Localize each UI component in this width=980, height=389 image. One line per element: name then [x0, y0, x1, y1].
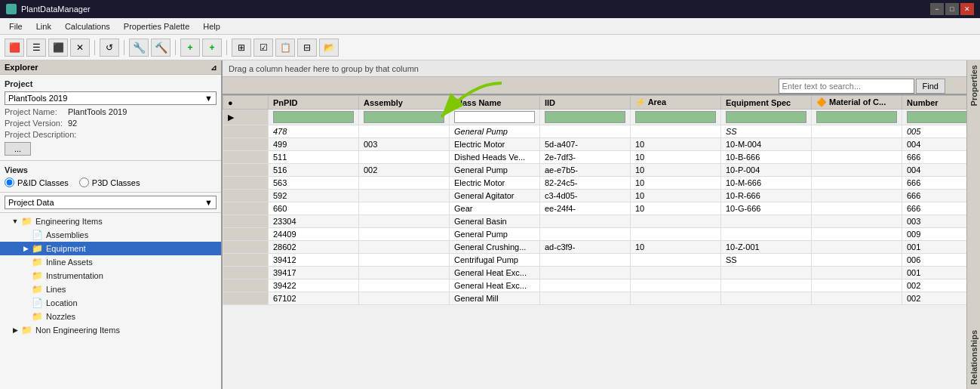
properties-panel: Properties Relationships — [966, 60, 980, 389]
filter-classname-input[interactable] — [454, 111, 535, 123]
col-pnpid[interactable]: PnPID — [269, 96, 359, 110]
data-table-container[interactable]: ● PnPID Assembly Class Name IID ⚡ Area E… — [223, 95, 966, 389]
menu-file[interactable]: File — [3, 20, 29, 32]
project-data-dropdown[interactable]: Project Data ▼ — [5, 196, 217, 209]
cell-classname: Electric Motor — [450, 138, 540, 151]
filter-assembly[interactable] — [359, 110, 450, 125]
filter-iid[interactable] — [540, 110, 631, 125]
table-row[interactable]: 24409General Pump009P-009P — [223, 228, 967, 241]
filter-assembly-input[interactable] — [364, 111, 444, 123]
project-dropdown[interactable]: PlantTools 2019 ▼ — [5, 91, 217, 105]
minimize-button[interactable]: − — [930, 3, 944, 15]
pin-icon[interactable]: ⊿ — [210, 63, 217, 72]
tree-lines[interactable]: 📁 Lines — [0, 282, 221, 296]
find-button[interactable]: Find — [916, 79, 945, 94]
filter-pnpid[interactable] — [269, 110, 359, 125]
tb-btn-tool2[interactable]: 🔨 — [151, 39, 171, 57]
table-row[interactable]: 516002General Pumpae-e7b5-1010-P-004004P… — [223, 164, 967, 177]
tb-btn-refresh[interactable]: ↺ — [100, 39, 119, 57]
filter-number[interactable] — [902, 110, 967, 125]
filter-number-input[interactable] — [907, 111, 966, 123]
tb-btn-2[interactable]: ☰ — [26, 39, 46, 57]
table-row[interactable]: 592General Agitatorc3-4d05-1010-R-666666… — [223, 190, 967, 202]
filter-area-input[interactable] — [635, 111, 716, 123]
filter-pnpid-input[interactable] — [273, 111, 354, 123]
filter-area[interactable] — [631, 110, 721, 125]
tree-inline-assets[interactable]: 📁 Inline Assets — [0, 255, 221, 269]
filter-matof[interactable] — [812, 110, 902, 125]
tree-non-engineering-items[interactable]: ▶ 📁 Non Engineering Items — [0, 323, 221, 337]
radio-p3d-classes[interactable]: P3D Classes — [79, 178, 140, 187]
relationships-label[interactable]: Relationships — [968, 326, 980, 389]
table-row[interactable]: 28602General Crushing...ad-c3f9-1010-Z-0… — [223, 241, 967, 254]
cell-matof — [812, 190, 902, 202]
table-row[interactable]: 660Gearee-24f4-1010-G-666666G-666G — [223, 202, 967, 215]
window-controls: − □ ✕ — [930, 3, 974, 15]
table-row[interactable]: 39412Centrifugal PumpSS006P-006P — [223, 254, 967, 267]
col-matof[interactable]: 🔶 Material of C... — [812, 96, 902, 110]
table-row[interactable]: 511Dished Heads Ve...2e-7df3-1010-B-6666… — [223, 151, 967, 164]
views-section: Views P&ID Classes P3D Classes — [0, 161, 221, 193]
tb-btn-add2[interactable]: + — [202, 39, 222, 57]
cell-matof — [812, 138, 902, 151]
lines-label: Lines — [46, 285, 66, 294]
table-row[interactable]: 67102General Mill002Z-002Z — [223, 292, 967, 305]
column-header-row: ● PnPID Assembly Class Name IID ⚡ Area E… — [223, 96, 967, 110]
cell-area — [631, 279, 721, 292]
properties-label[interactable]: Properties — [968, 60, 980, 110]
tb-btn-table[interactable]: ⊟ — [297, 39, 317, 57]
col-area[interactable]: ⚡ Area — [631, 96, 721, 110]
col-number[interactable]: Number — [902, 96, 967, 110]
sidebar: Explorer ⊿ Project PlantTools 2019 ▼ Pro… — [0, 60, 223, 389]
radio-p3d-input[interactable] — [79, 178, 89, 187]
radio-pid-classes[interactable]: P&ID Classes — [5, 178, 69, 187]
tree-nozzles[interactable]: 📁 Nozzles — [0, 310, 221, 323]
col-classname[interactable]: Class Name — [450, 96, 540, 110]
radio-pid-input[interactable] — [5, 178, 14, 187]
filter-classname[interactable] — [450, 110, 540, 125]
tree-location[interactable]: 📄 Location — [0, 296, 221, 310]
close-button[interactable]: ✕ — [960, 3, 974, 15]
table-row[interactable]: 563Electric Motor82-24c5-1010-M-666666M-… — [223, 177, 967, 190]
maximize-button[interactable]: □ — [945, 3, 959, 15]
tb-btn-add1[interactable]: + — [180, 39, 200, 57]
menu-properties-palette[interactable]: Properties Palette — [118, 20, 195, 32]
table-row[interactable]: 39417General Heat Exc...001W-001W — [223, 267, 967, 279]
table-row[interactable]: 478General PumpSS005P-005P — [223, 125, 967, 138]
tree-equipment[interactable]: ▶ 📁 Equipment — [0, 242, 221, 255]
filter-equipspec-input[interactable] — [726, 111, 806, 123]
filter-matof-input[interactable] — [816, 111, 897, 123]
project-desc-button[interactable]: ... — [5, 142, 31, 156]
cell-classname: General Basin — [450, 215, 540, 228]
tb-btn-tool1[interactable]: 🔧 — [129, 39, 149, 57]
tb-btn-open[interactable]: 📂 — [319, 39, 339, 57]
location-label: Location — [46, 298, 78, 307]
menu-link[interactable]: Link — [30, 20, 57, 32]
filter-equipspec[interactable] — [721, 110, 812, 125]
col-assembly[interactable]: Assembly — [359, 96, 450, 110]
tree-engineering-items[interactable]: ▼ 📁 Engineering Items — [0, 215, 221, 228]
cell-equipspec: SS — [721, 125, 812, 138]
tb-btn-check[interactable]: ☑ — [253, 39, 273, 57]
tree-instrumentation[interactable]: 📁 Instrumentation — [0, 269, 221, 282]
tb-btn-1[interactable]: 🟥 — [5, 39, 24, 57]
row-marker — [223, 125, 269, 138]
search-input[interactable] — [779, 79, 914, 94]
table-row[interactable]: 499003Electric Motor5d-a407-1010-M-00400… — [223, 138, 967, 151]
expand-instrumentation-icon — [21, 271, 30, 280]
cell-number: 666 — [902, 177, 967, 190]
tb-btn-3[interactable]: ⬛ — [48, 39, 68, 57]
menu-help[interactable]: Help — [197, 20, 226, 32]
tb-btn-grid[interactable]: ⊞ — [232, 39, 251, 57]
tree-assemblies[interactable]: 📄 Assemblies — [0, 228, 221, 242]
tb-btn-close[interactable]: ✕ — [70, 39, 90, 57]
menu-calculations[interactable]: Calculations — [59, 20, 116, 32]
tb-btn-copy[interactable]: 📋 — [275, 39, 295, 57]
filter-iid-input[interactable] — [545, 111, 625, 123]
table-row[interactable]: 39422General Heat Exc...002W-002W — [223, 279, 967, 292]
cell-number: 003 — [902, 215, 967, 228]
col-iid[interactable]: IID — [540, 96, 631, 110]
drag-header: Drag a column header here to group by th… — [223, 60, 966, 77]
col-equipspec[interactable]: Equipment Spec — [721, 96, 812, 110]
table-row[interactable]: 23304General Basin003K-003K — [223, 215, 967, 228]
